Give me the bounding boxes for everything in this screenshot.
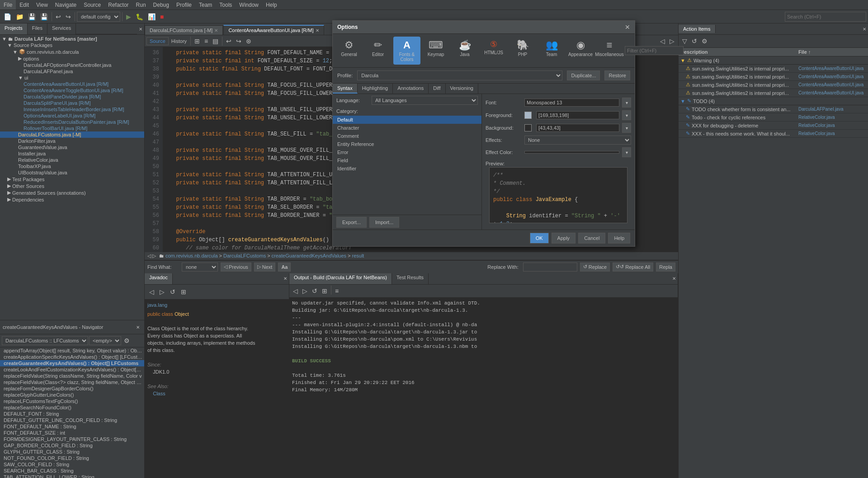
close-javadoc-btn[interactable]: ✕: [282, 273, 289, 284]
tree-toolbar[interactable]: ToolbarXP.java: [0, 163, 144, 169]
tree-content-toggle[interactable]: ContentAreaAwareToggleButtonUI.java [R/M…: [0, 87, 144, 94]
ed-btn2[interactable]: ≡: [203, 36, 210, 47]
opt-misc-icon[interactable]: ≡ Miscellaneous: [596, 37, 623, 65]
tree-reduced[interactable]: ReducedInsertsDarculaButtonPainter.java …: [0, 119, 144, 125]
debug-btn[interactable]: 🐛: [134, 11, 145, 22]
tree-controller[interactable]: DarculaLAFOptionsPanelController.java: [0, 62, 144, 68]
member-search-bar[interactable]: SEARCH_BAR_CLASS : String: [0, 468, 144, 474]
cat-default[interactable]: Default: [333, 116, 481, 124]
apply-btn[interactable]: Apply: [552, 233, 576, 244]
category-list[interactable]: Default Character Comment Entity Referen…: [333, 116, 481, 215]
javadoc-fwd-btn[interactable]: ▷: [158, 286, 166, 297]
editor-tab-content[interactable]: ContentAreaAwareButtonUI.java [R/M] ✕: [223, 25, 324, 35]
breadcrumb-method[interactable]: createGuaranteedKeysAndValues: [272, 253, 347, 258]
tree-generated[interactable]: ▶ Generated Sources (annotations): [0, 189, 144, 196]
run-btn[interactable]: ▶: [124, 11, 133, 22]
services-tab[interactable]: Services: [47, 23, 76, 34]
next-btn[interactable]: ▷ Next: [254, 262, 276, 272]
find-what-combo[interactable]: none: [182, 262, 218, 272]
editor-tab-customs[interactable]: DarculaLFCustoms.java [-M] ✕: [145, 25, 223, 35]
member-glyph-gutter[interactable]: GLYPH_GUTTER_CLASS : String: [0, 449, 144, 455]
cat-entity-ref[interactable]: Entity Reference: [333, 140, 481, 148]
output-wrap-btn[interactable]: ≡: [333, 286, 340, 296]
config-combo[interactable]: default config: [77, 12, 120, 22]
member-font-name[interactable]: FONT_DEFAULT_NAME : String: [0, 423, 144, 430]
cancel-btn[interactable]: Cancel: [578, 233, 605, 244]
menu-profile[interactable]: Profile: [173, 0, 195, 9]
options-search-input[interactable]: [625, 46, 684, 55]
breadcrumb-class[interactable]: DarculaLFCustoms: [223, 253, 266, 258]
member-replace-glyph[interactable]: replaceGlyphGutterLineColors(): [0, 392, 144, 398]
opt-java-icon[interactable]: ☕ Java: [451, 37, 478, 65]
tree-split-pane[interactable]: DarculaSplitPaneUI.java [R/M]: [0, 100, 144, 106]
options-dialog[interactable]: Options ✕ ⚙ General ✏ Editor A Fonts & C…: [332, 20, 635, 247]
ed-btn6[interactable]: ⊛: [244, 36, 253, 47]
member-create-app[interactable]: createApplicationSpecificKeysAndValues()…: [0, 354, 144, 360]
cat-character[interactable]: Character: [333, 124, 481, 132]
action-settings-btn[interactable]: ⚙: [700, 36, 709, 47]
cat-comment[interactable]: Comment: [333, 132, 481, 140]
member-saw-color[interactable]: SAW_COLOR_FIELD : String: [0, 461, 144, 468]
prev-btn[interactable]: ◁ Previous: [221, 262, 251, 272]
tree-other-sources[interactable]: ▶ Other Sources: [0, 183, 144, 189]
javadoc-link[interactable]: java.lang: [147, 301, 286, 309]
fg-dropdown-btn[interactable]: ▾: [622, 110, 631, 120]
todo-row-4[interactable]: ✎ XXX - this needs some work. What it sh…: [679, 130, 868, 138]
menu-help[interactable]: Help: [262, 0, 281, 9]
test-results-tab[interactable]: Test Results: [392, 273, 429, 284]
javadoc-reload-btn[interactable]: ↺: [168, 286, 177, 297]
projects-tab[interactable]: Projects: [0, 23, 28, 34]
import-btn[interactable]: Import...: [369, 217, 399, 228]
tree-test-packages[interactable]: ▶ Test Packages: [0, 176, 144, 183]
syntax-tab[interactable]: Syntax: [333, 84, 358, 94]
stop-btn[interactable]: ■: [158, 11, 165, 22]
tree-ui[interactable]: ▼ ui: [0, 75, 144, 81]
opt-html-icon[interactable]: ⑤ HTML/JS: [480, 37, 507, 65]
tree-ui-bootstrap[interactable]: UIBootstrapValue.java: [0, 169, 144, 176]
action-items-tab[interactable]: Action Items: [679, 25, 716, 33]
replace-next-btn[interactable]: Repla: [656, 262, 675, 272]
breadcrumb-pkg[interactable]: com.revivius.nb.darcula: [165, 253, 218, 258]
output-back-btn[interactable]: ◁: [291, 286, 300, 296]
member-replace-lf[interactable]: replaceLFCustomsTextFgColors(): [0, 398, 144, 404]
menu-edit[interactable]: Edit: [16, 0, 33, 9]
tree-content-btn[interactable]: ContentAreaAwareButtonUI.java [R/M]: [0, 81, 144, 87]
opt-general-icon[interactable]: ⚙ General: [335, 37, 363, 65]
tree-inrease[interactable]: InreaseInInsetsTableHeaderBorder.java [R…: [0, 106, 144, 112]
warning-row-2[interactable]: ⚠ sun.swing.SwingUtilities2 is internal …: [679, 73, 868, 81]
output-fwd-btn[interactable]: ▷: [301, 286, 309, 296]
files-tab[interactable]: Files: [28, 23, 47, 34]
todo-row-1[interactable]: ✎ TODO check whether form is consistent …: [679, 105, 868, 113]
member-not-found[interactable]: NOT_FOUND_COLOR_FIELD : String: [0, 455, 144, 461]
member-replace-search[interactable]: replaceSearchNoFoundColor(): [0, 404, 144, 411]
opt-keymap-icon[interactable]: ⌨ Keymap: [422, 37, 449, 65]
new-file-btn[interactable]: 📄: [2, 11, 13, 22]
member-replace-field2[interactable]: replaceFieldValue(Class<?> clazz, String…: [0, 379, 144, 385]
restore-btn[interactable]: Restore: [604, 70, 630, 80]
members-filter-combo[interactable]: <empty>: [89, 336, 121, 345]
warning-row-3[interactable]: ⚠ sun.swing.SwingUtilities2 is internal …: [679, 81, 868, 89]
duplicate-btn[interactable]: Duplicate...: [567, 70, 600, 80]
output-reload-btn[interactable]: ↺: [310, 286, 319, 296]
output-tab[interactable]: Output - Build (Darcula LAF for NetBeans…: [289, 273, 392, 284]
profile-btn[interactable]: 📊: [146, 11, 157, 22]
opt-fonts-colors-icon[interactable]: A Fonts & Colors: [393, 37, 420, 65]
tree-relative[interactable]: RelativeColor.java: [0, 157, 144, 163]
highlighting-tab[interactable]: Highlighting: [358, 84, 393, 94]
menu-team[interactable]: Team: [195, 0, 216, 9]
todo-group-header[interactable]: ▼ ✎ TODO (4): [679, 97, 868, 105]
member-replace-field1[interactable]: replaceFieldValue(String className, Stri…: [0, 373, 144, 379]
menu-source[interactable]: Source: [80, 0, 104, 9]
warning-group-header[interactable]: ▼ ⚠ Warning (4): [679, 56, 868, 65]
breadcrumb-arrow-right[interactable]: ▷: [152, 253, 156, 259]
breadcrumb-var[interactable]: result: [352, 253, 364, 258]
save-btn[interactable]: 💾: [26, 11, 38, 22]
ed-btn1[interactable]: ⊞: [193, 36, 202, 47]
open-btn[interactable]: 📁: [14, 11, 25, 22]
undo-btn[interactable]: ↩: [54, 11, 63, 22]
export-btn[interactable]: Export...: [336, 217, 367, 228]
source-btn[interactable]: Source: [146, 37, 169, 45]
history-btn[interactable]: History: [170, 36, 189, 47]
close-tab-customs[interactable]: ✕: [214, 28, 218, 33]
member-font-size[interactable]: FONT_DEFAULT_SIZE : int: [0, 430, 144, 436]
